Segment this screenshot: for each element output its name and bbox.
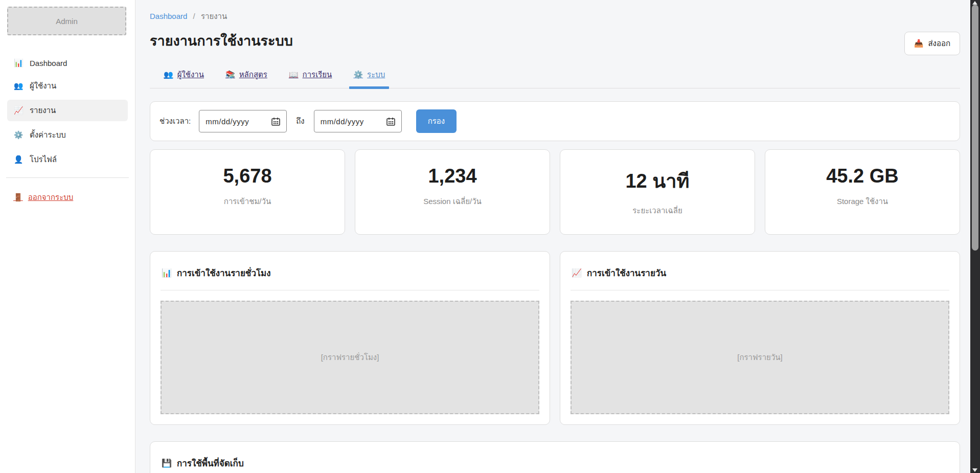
tab-label: ผู้ใช้งาน bbox=[177, 69, 204, 81]
door-icon: 🚪 bbox=[13, 193, 23, 202]
stat-label: Storage ใช้งาน bbox=[770, 195, 954, 208]
scrollbar-thumb[interactable] bbox=[972, 5, 978, 251]
report-tabs: 👥 ผู้ใช้งาน 📚 หลักสูตร 📖 การเรียน ⚙️ ระบ… bbox=[150, 69, 960, 88]
export-button[interactable]: 📥 ส่งออก bbox=[904, 32, 960, 55]
date-range-label: ช่วงเวลา: bbox=[159, 115, 191, 127]
date-from-input[interactable]: mm/dd/yyyy bbox=[199, 110, 287, 132]
card-header: 💾 การใช้พื้นที่จัดเก็บ bbox=[161, 452, 949, 473]
sidebar-item-label: ตั้งค่าระบบ bbox=[30, 129, 66, 141]
stat-card-sessions: 1,234 Session เฉลี่ย/วัน bbox=[355, 149, 550, 235]
sidebar: Admin 📊 Dashboard 👥 ผู้ใช้งาน 📈 รายงาน ⚙… bbox=[0, 0, 135, 473]
card-title: การเข้าใช้งานรายชั่วโมง bbox=[177, 266, 271, 280]
gear-icon: ⚙️ bbox=[353, 70, 363, 79]
scrollbar-down-arrow[interactable] bbox=[972, 468, 977, 472]
hourly-usage-card: 📊 การเข้าใช้งานรายชั่วโมง [กราฟรายชั่วโม… bbox=[150, 251, 550, 425]
breadcrumb: Dashboard / รายงาน bbox=[150, 10, 960, 22]
stat-card-visits: 5,678 การเข้าชม/วัน bbox=[150, 149, 345, 235]
tab-system[interactable]: ⚙️ ระบบ bbox=[352, 69, 386, 88]
stats-row: 5,678 การเข้าชม/วัน 1,234 Session เฉลี่ย… bbox=[150, 149, 960, 235]
export-icon: 📥 bbox=[914, 39, 924, 48]
person-icon: 👤 bbox=[13, 155, 24, 164]
sidebar-item-profile[interactable]: 👤 โปรไฟล์ bbox=[7, 149, 128, 170]
breadcrumb-dashboard-link[interactable]: Dashboard bbox=[150, 12, 187, 20]
calendar-icon bbox=[386, 117, 395, 126]
main-content: Dashboard / รายงาน รายงานการใช้งานระบบ 📥… bbox=[135, 0, 980, 473]
tab-label: การเรียน bbox=[303, 69, 332, 81]
sidebar-item-label: Dashboard bbox=[30, 59, 67, 67]
sidebar-item-label: ผู้ใช้งาน bbox=[30, 80, 56, 92]
hourly-chart-placeholder: [กราฟรายชั่วโมง] bbox=[161, 301, 539, 414]
stat-value: 12 นาที bbox=[565, 165, 749, 196]
tab-users[interactable]: 👥 ผู้ใช้งาน bbox=[163, 69, 205, 88]
sidebar-item-settings[interactable]: ⚙️ ตั้งค่าระบบ bbox=[7, 124, 128, 146]
filter-button[interactable]: กรอง bbox=[416, 109, 457, 133]
scrollbar-up-arrow[interactable] bbox=[972, 1, 977, 5]
breadcrumb-current: รายงาน bbox=[201, 12, 227, 20]
sidebar-divider bbox=[6, 177, 129, 178]
card-title: การใช้พื้นที่จัดเก็บ bbox=[177, 456, 244, 470]
stat-label: การเข้าชม/วัน bbox=[155, 195, 339, 208]
line-chart-icon: 📈 bbox=[572, 268, 582, 278]
stat-value: 5,678 bbox=[155, 165, 339, 187]
sidebar-item-dashboard[interactable]: 📊 Dashboard bbox=[7, 54, 128, 72]
card-title: การเข้าใช้งานรายวัน bbox=[587, 266, 666, 280]
dashboard-icon: 📊 bbox=[13, 58, 24, 67]
stat-label: ระยะเวลาเฉลี่ย bbox=[565, 205, 749, 217]
users-icon: 👥 bbox=[164, 70, 173, 79]
placeholder-text: [กราฟรายชั่วโมง] bbox=[321, 351, 379, 364]
sidebar-item-label: โปรไฟล์ bbox=[30, 153, 57, 166]
date-to-label: ถึง bbox=[296, 115, 304, 127]
card-header: 📈 การเข้าใช้งานรายวัน bbox=[571, 262, 949, 283]
page-header: รายงานการใช้งานระบบ 📥 ส่งออก bbox=[150, 30, 960, 55]
tab-label: ระบบ bbox=[367, 69, 385, 81]
date-filter-bar: ช่วงเวลา: mm/dd/yyyy ถึง mm/dd/yyyy bbox=[150, 101, 960, 141]
date-to-value: mm/dd/yyyy bbox=[321, 117, 382, 126]
storage-usage-card: 💾 การใช้พื้นที่จัดเก็บ bbox=[150, 441, 960, 473]
stat-value: 45.2 GB bbox=[770, 165, 954, 187]
charts-row: 📊 การเข้าใช้งานรายชั่วโมง [กราฟรายชั่วโม… bbox=[150, 251, 960, 425]
books-icon: 📚 bbox=[225, 70, 235, 79]
bar-chart-icon: 📊 bbox=[162, 268, 172, 278]
sidebar-item-users[interactable]: 👥 ผู้ใช้งาน bbox=[7, 75, 128, 97]
gear-icon: ⚙️ bbox=[13, 130, 24, 140]
daily-usage-card: 📈 การเข้าใช้งานรายวัน [กราฟรายวัน] bbox=[560, 251, 960, 425]
stat-card-storage: 45.2 GB Storage ใช้งาน bbox=[765, 149, 960, 235]
floppy-disk-icon: 💾 bbox=[162, 458, 172, 468]
stat-value: 1,234 bbox=[360, 165, 544, 187]
card-header: 📊 การเข้าใช้งานรายชั่วโมง bbox=[161, 262, 539, 283]
stat-label: Session เฉลี่ย/วัน bbox=[360, 195, 544, 208]
date-from-value: mm/dd/yyyy bbox=[206, 117, 267, 126]
users-icon: 👥 bbox=[13, 81, 24, 91]
sidebar-item-reports[interactable]: 📈 รายงาน bbox=[7, 100, 128, 121]
breadcrumb-separator: / bbox=[193, 12, 195, 20]
admin-logo-placeholder: Admin bbox=[7, 7, 126, 35]
placeholder-text: [กราฟรายวัน] bbox=[737, 351, 782, 364]
vertical-scrollbar[interactable] bbox=[970, 0, 980, 473]
logout-label: ออกจากระบบ bbox=[28, 191, 74, 204]
open-book-icon: 📖 bbox=[289, 70, 299, 79]
date-to-input[interactable]: mm/dd/yyyy bbox=[314, 110, 402, 132]
daily-chart-placeholder: [กราฟรายวัน] bbox=[571, 301, 949, 414]
stat-card-avg-duration: 12 นาที ระยะเวลาเฉลี่ย bbox=[560, 149, 755, 235]
sidebar-item-label: รายงาน bbox=[30, 104, 56, 117]
calendar-icon bbox=[271, 117, 280, 126]
card-divider bbox=[161, 290, 539, 290]
page-title: รายงานการใช้งานระบบ bbox=[150, 30, 293, 52]
tab-learning[interactable]: 📖 การเรียน bbox=[288, 69, 333, 88]
admin-logo-text: Admin bbox=[56, 17, 78, 26]
card-divider bbox=[571, 290, 949, 290]
chart-increasing-icon: 📈 bbox=[13, 106, 24, 115]
sidebar-nav: 📊 Dashboard 👥 ผู้ใช้งาน 📈 รายงาน ⚙️ ตั้ง… bbox=[0, 54, 135, 170]
export-label: ส่งออก bbox=[928, 37, 950, 50]
logout-link[interactable]: 🚪 ออกจากระบบ bbox=[7, 188, 128, 207]
tab-courses[interactable]: 📚 หลักสูตร bbox=[224, 69, 268, 88]
tab-label: หลักสูตร bbox=[239, 69, 267, 81]
